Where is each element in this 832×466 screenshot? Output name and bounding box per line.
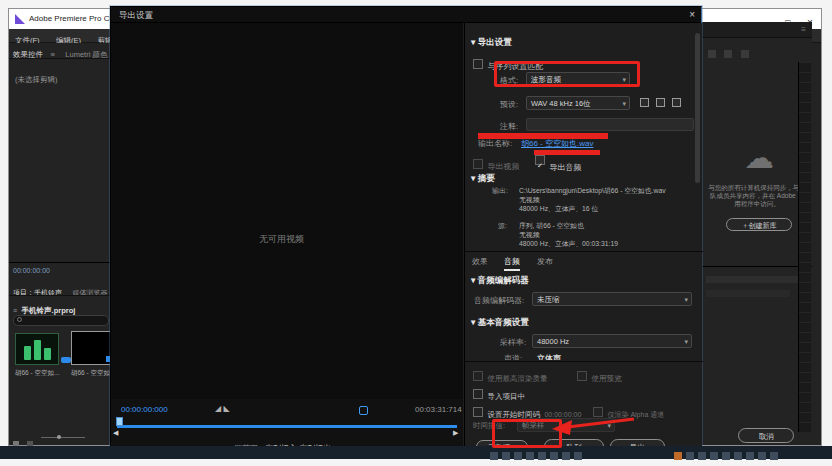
taskbar-icon[interactable]: [490, 452, 498, 460]
taskbar-icon[interactable]: [502, 452, 510, 460]
taskbar-icon[interactable]: [574, 452, 582, 460]
delete-preset-icon[interactable]: [672, 98, 681, 107]
no-clip-selected-text: (未选择剪辑): [15, 75, 58, 85]
use-previews-checkbox[interactable]: [577, 371, 587, 381]
crop-icon[interactable]: [359, 406, 368, 415]
audio-codec-header: ▾ 音频编解码器: [471, 275, 529, 287]
create-library-label: 创建新库: [749, 222, 777, 229]
toolbar-icon[interactable]: [741, 50, 749, 58]
scrollbar[interactable]: [695, 33, 700, 183]
panel-menu-icon[interactable]: ≡: [801, 25, 806, 34]
monitor-timecode[interactable]: 00:00:00:00: [13, 267, 50, 274]
audio-codec-value: 未压缩: [537, 295, 560, 304]
range-handle-right[interactable]: ▶: [453, 429, 458, 437]
taskbar-icon[interactable]: [562, 452, 570, 460]
comments-input[interactable]: [526, 118, 694, 131]
list-icon: ≡: [13, 307, 17, 314]
duration-timecode: 00:03:31:714: [415, 405, 462, 414]
export-video-label: 导出视频: [487, 162, 519, 171]
zoom-slider-handle[interactable]: [57, 435, 61, 439]
in-out-point-icons[interactable]: ◢ ◣: [215, 404, 230, 413]
tab-audio[interactable]: 音频: [504, 256, 520, 271]
project-item-label[interactable]: 胡66 - 空空如...: [15, 369, 63, 378]
match-sequence-checkbox[interactable]: [473, 59, 483, 69]
tab-effects[interactable]: 效果: [472, 256, 488, 267]
summary-source-line2: 无视频: [519, 230, 539, 239]
toolbar-icon[interactable]: [708, 50, 716, 58]
track-row: [706, 290, 790, 297]
taskbar-icon[interactable]: [538, 452, 546, 460]
channels-label: 声道:: [504, 353, 522, 360]
time-interpolation-label: 时间插值:: [473, 421, 505, 431]
alpha-only-checkbox[interactable]: [593, 407, 603, 417]
export-video-checkbox[interactable]: [473, 159, 483, 169]
alpha-only-label: 仅渲染 Alpha 通道: [607, 411, 664, 418]
preset-value: WAV 48 kHz 16位: [531, 99, 591, 108]
summary-output-path: C:\Users\banngjun\Desktop\胡66 - 空空如也.wav: [519, 186, 701, 195]
format-dropdown[interactable]: 波形音频 ▾: [526, 72, 630, 86]
taskbar-icon[interactable]: [526, 452, 534, 460]
playhead[interactable]: [116, 417, 123, 426]
close-dialog-button[interactable]: ×: [689, 7, 695, 23]
right-panel-group: ≡ ☁ 与您的所有计算机保持同步，与团队成员共享内容，并在 Adobe 应用程序…: [702, 22, 812, 432]
search-input[interactable]: [13, 315, 109, 326]
libraries-empty-text: 与您的所有计算机保持同步，与团队成员共享内容，并在 Adobe 应用程序中访问。: [707, 184, 807, 208]
waveform-icon: [44, 348, 51, 360]
timeline-scrubber[interactable]: [117, 425, 457, 428]
tab-lumetri[interactable]: Lumetri 颜色: [59, 50, 107, 59]
taskbar-icon[interactable]: [514, 452, 522, 460]
taskbar-icon[interactable]: [770, 452, 778, 460]
sample-rate-dropdown[interactable]: 48000 Hz ▾: [532, 334, 692, 348]
taskbar-icon[interactable]: [686, 452, 694, 460]
project-item-audio-thumb[interactable]: [15, 333, 59, 365]
export-settings-header-label: 导出设置: [478, 37, 512, 47]
create-library-button[interactable]: ＋创建新库: [726, 218, 792, 231]
toolbar-icon[interactable]: [724, 50, 732, 58]
project-file-name: 手机铃声.prproj: [22, 306, 76, 315]
output-name-link[interactable]: 胡66 - 空空如也.wav: [521, 138, 593, 149]
preset-dropdown[interactable]: WAV 48 kHz 16位 ▾: [526, 96, 630, 110]
cancel-button[interactable]: 取消: [738, 428, 794, 443]
summary-output-line2: 无视频: [519, 195, 539, 204]
zoom-slider[interactable]: [41, 437, 85, 438]
taskbar-icon[interactable]: [746, 452, 754, 460]
tab-media-browser[interactable]: 媒体浏览器: [66, 289, 107, 296]
taskbar-icon[interactable]: [722, 452, 730, 460]
taskbar-icon[interactable]: [698, 452, 706, 460]
project-item-video-thumb[interactable]: [71, 331, 115, 365]
dialog-titlebar[interactable]: 导出设置 ×: [111, 7, 701, 23]
time-interpolation-dropdown[interactable]: 帧采样 ▾: [517, 418, 615, 432]
panel-menu-icon[interactable]: ≡: [47, 50, 54, 59]
no-video-text: 无可用视频: [259, 233, 304, 246]
audio-codec-dropdown[interactable]: 未压缩 ▾: [532, 292, 692, 306]
dialog-title: 导出设置: [111, 10, 153, 20]
taskbar-icon[interactable]: [758, 452, 766, 460]
export-audio-checkbox[interactable]: [535, 155, 545, 165]
taskbar-icon[interactable]: [710, 452, 718, 460]
waveform-icon: [34, 340, 41, 360]
sample-rate-label: 采样率:: [500, 337, 526, 348]
windows-taskbar: [0, 446, 832, 459]
taskbar-icon[interactable]: [734, 452, 742, 460]
summary-header: ▾ 摘要: [471, 173, 495, 185]
taskbar-icons: [488, 446, 584, 464]
max-quality-checkbox[interactable]: [473, 371, 483, 381]
audio-meter: [798, 62, 811, 432]
import-preset-icon[interactable]: [656, 98, 665, 107]
start-timecode-value[interactable]: 00:00:00:00: [544, 411, 581, 418]
taskbar-icon-active[interactable]: [674, 452, 682, 460]
channels-value[interactable]: 立体声: [537, 353, 561, 360]
chevron-down-icon: ▾: [684, 293, 688, 306]
summary-output-label: 输出:: [492, 186, 508, 196]
import-into-project-checkbox[interactable]: [473, 389, 483, 399]
tab-effect-controls[interactable]: 效果控件: [9, 50, 43, 59]
range-handle-left[interactable]: ◀: [113, 429, 118, 437]
tab-publish[interactable]: 发布: [537, 256, 553, 267]
current-timecode[interactable]: 00:00:00:000: [121, 405, 168, 414]
start-timecode-checkbox[interactable]: [473, 407, 483, 417]
summary-header-label: 摘要: [478, 173, 495, 183]
tab-project[interactable]: 项目：手机铃声: [9, 289, 62, 296]
divider: [465, 251, 703, 252]
save-preset-icon[interactable]: [640, 98, 649, 107]
taskbar-icon[interactable]: [550, 452, 558, 460]
